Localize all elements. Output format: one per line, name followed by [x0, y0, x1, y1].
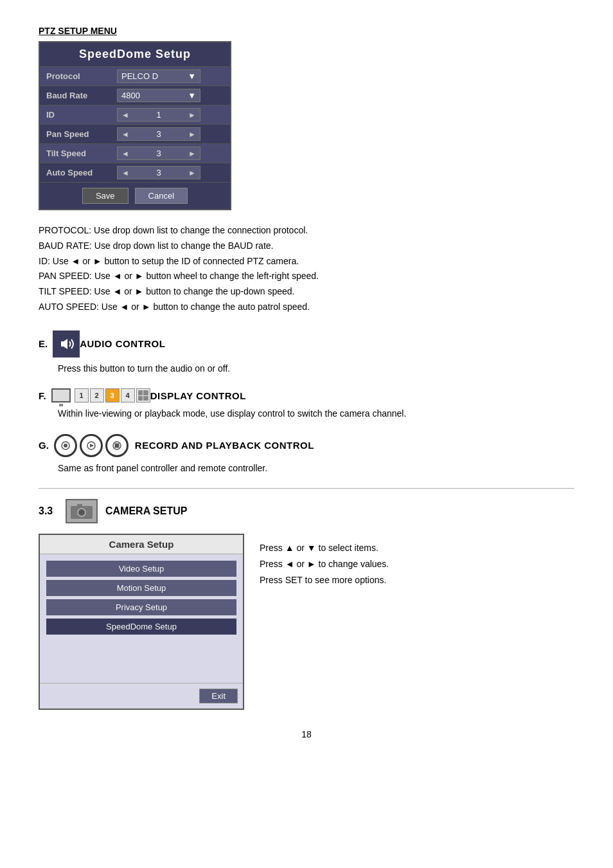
page-number: 18: [39, 729, 574, 739]
desc-protocol: PROTOCOL: Use drop down list to change t…: [39, 223, 574, 239]
display-btn-2[interactable]: 2: [90, 388, 104, 402]
cam-menu-privacy-setup[interactable]: Privacy Setup: [46, 599, 236, 615]
cancel-button[interactable]: Cancel: [135, 188, 188, 204]
desc-panspeed: PAN SPEED: Use ◄ or ► button wheel to ch…: [39, 269, 574, 284]
desc-tiltspeed: TILT SPEED: Use ◄ or ► button to change …: [39, 284, 574, 300]
section-g-header: G. RECORD AND PLAYBACK C: [39, 434, 574, 457]
camera-setup-header: 3.3 CAMERA SETUP: [39, 499, 574, 523]
tilt-right-arrow[interactable]: ►: [188, 149, 196, 158]
cam-menu-speeddome-setup[interactable]: SpeedDome Setup: [46, 619, 236, 635]
rec-btn-2[interactable]: [80, 434, 103, 457]
ptz-protocol-value[interactable]: PELCO D ▼: [117, 69, 200, 83]
display-btn-4[interactable]: 4: [121, 388, 135, 402]
section-f-title: DISPLAY CONTROL: [150, 390, 246, 401]
auto-right-arrow[interactable]: ►: [188, 168, 196, 177]
camera-menu-box: Camera Setup Video Setup Motion Setup Pr…: [39, 534, 244, 710]
svg-marker-4: [90, 444, 94, 448]
tilt-left-arrow[interactable]: ◄: [121, 149, 129, 158]
camera-setup-desc: Press ▲ or ▼ to select items. Press ◄ or…: [260, 534, 389, 589]
dropdown-arrow-icon2: ▼: [188, 91, 196, 100]
ptz-protocol-label: Protocol: [46, 71, 117, 81]
ptz-autospeed-label: Auto Speed: [46, 168, 117, 177]
section-e: E. AUDIO CONTROL Press this button to tu…: [39, 330, 574, 375]
section-f-label: F.: [39, 390, 46, 401]
ptz-id-label: ID: [46, 110, 117, 120]
audio-icon: [53, 330, 80, 357]
rec-btn-1[interactable]: [54, 434, 77, 457]
section-g-label: G.: [39, 440, 49, 451]
cam-menu-motion-setup[interactable]: Motion Setup: [46, 580, 236, 596]
section-f-desc: Within live-viewing or playback mode, us…: [58, 406, 574, 420]
display-control-icon: 1 2 3 4: [51, 388, 150, 402]
rec-btn-3[interactable]: [105, 434, 129, 457]
svg-rect-6: [114, 443, 119, 448]
cam-desc-line3: Press SET to see more options.: [260, 572, 389, 588]
ptz-panspeed-row: Pan Speed ◄ 3 ►: [40, 124, 230, 143]
save-button[interactable]: Save: [82, 188, 129, 204]
desc-autospeed: AUTO SPEED: Use ◄ or ► button to change …: [39, 300, 574, 315]
section-g-title: RECORD AND PLAYBACK CONTROL: [135, 440, 314, 451]
ptz-autospeed-value[interactable]: ◄ 3 ►: [117, 166, 200, 179]
cam-desc-line2: Press ◄ or ► to change values.: [260, 556, 389, 572]
section-g: G. RECORD AND PLAYBACK C: [39, 434, 574, 475]
section-e-desc: Press this button to turn the audio on o…: [58, 361, 574, 375]
ptz-menu-container: SpeedDome Setup Protocol PELCO D ▼ Baud …: [39, 41, 574, 210]
section-g-desc: Same as front panel controller and remot…: [58, 461, 574, 475]
record-control-icon: [54, 434, 129, 457]
svg-marker-0: [61, 339, 67, 349]
cam-desc-line1: Press ▲ or ▼ to select items.: [260, 540, 389, 556]
ptz-setup-title: PTZ SETUP MENU: [39, 26, 574, 36]
desc-baudrate: BAUD RATE: Use drop down list to change …: [39, 239, 574, 254]
ptz-menu-title: SpeedDome Setup: [40, 42, 230, 66]
cam-menu-video-setup[interactable]: Video Setup: [46, 561, 236, 577]
display-btn-1[interactable]: 1: [75, 388, 89, 402]
ptz-id-row: ID ◄ 1 ►: [40, 105, 230, 124]
ptz-baudrate-label: Baud Rate: [46, 91, 117, 100]
pan-left-arrow[interactable]: ◄: [121, 130, 129, 139]
ptz-id-value[interactable]: ◄ 1 ►: [117, 108, 200, 122]
section-e-title: AUDIO CONTROL: [80, 338, 165, 349]
ptz-panspeed-label: Pan Speed: [46, 129, 117, 139]
section-divider: [39, 488, 574, 489]
id-right-arrow[interactable]: ►: [188, 111, 196, 120]
ptz-menu-box: SpeedDome Setup Protocol PELCO D ▼ Baud …: [39, 41, 231, 210]
camera-setup-title: CAMERA SETUP: [105, 505, 187, 517]
camera-menu-footer: Exit: [40, 683, 243, 709]
ptz-tiltspeed-value[interactable]: ◄ 3 ►: [117, 147, 200, 160]
camera-menu-title: Camera Setup: [40, 535, 243, 554]
pan-right-arrow[interactable]: ►: [188, 130, 196, 139]
ptz-baudrate-row: Baud Rate 4800 ▼: [40, 86, 230, 105]
section-f: F. 1 2 3 4 DISPLAY CONTROL Within live-v…: [39, 388, 574, 420]
section-e-label: E.: [39, 338, 48, 349]
ptz-protocol-row: Protocol PELCO D ▼: [40, 66, 230, 86]
id-left-arrow[interactable]: ◄: [121, 111, 129, 120]
ptz-autospeed-row: Auto Speed ◄ 3 ►: [40, 163, 230, 182]
camera-icon: [66, 499, 98, 523]
ptz-panspeed-value[interactable]: ◄ 3 ►: [117, 127, 200, 141]
section-e-header: E. AUDIO CONTROL: [39, 330, 574, 357]
svg-rect-10: [77, 504, 82, 507]
display-btn-3[interactable]: 3: [105, 388, 120, 402]
ptz-tiltspeed-label: Tilt Speed: [46, 149, 117, 158]
auto-left-arrow[interactable]: ◄: [121, 168, 129, 177]
camera-setup-content: Camera Setup Video Setup Motion Setup Pr…: [39, 534, 574, 710]
ptz-description: PROTOCOL: Use drop down list to change t…: [39, 223, 574, 315]
ptz-footer: Save Cancel: [40, 182, 230, 209]
camera-menu-items: Video Setup Motion Setup Privacy Setup S…: [40, 554, 243, 683]
svg-point-9: [78, 509, 85, 516]
exit-button[interactable]: Exit: [199, 689, 238, 703]
dropdown-arrow-icon: ▼: [188, 71, 196, 81]
section-f-header: F. 1 2 3 4 DISPLAY CONTROL: [39, 388, 574, 402]
ptz-tiltspeed-row: Tilt Speed ◄ 3 ►: [40, 143, 230, 163]
section-number: 3.3: [39, 505, 58, 517]
ptz-baudrate-value[interactable]: 4800 ▼: [117, 89, 200, 102]
svg-point-2: [64, 444, 67, 448]
display-btn-grid[interactable]: [136, 388, 150, 402]
desc-id: ID: Use ◄ or ► button to setup the ID of…: [39, 254, 574, 269]
